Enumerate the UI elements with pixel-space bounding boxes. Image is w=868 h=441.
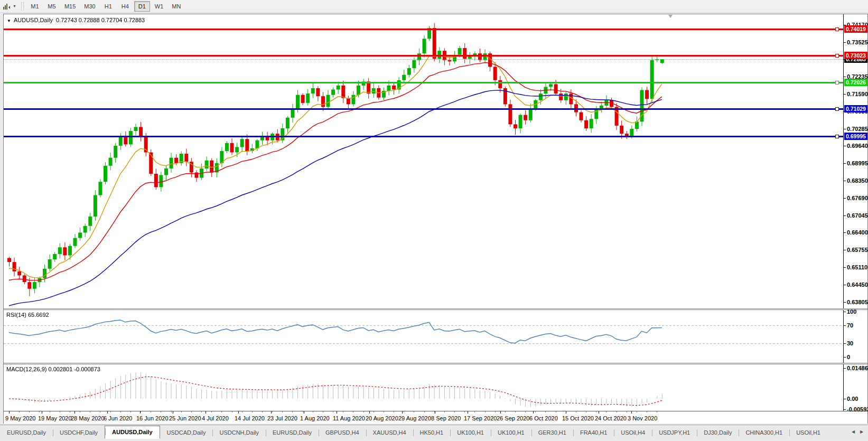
level-price-badge: 0.71029 [844,105,867,112]
date-major-tick [107,411,108,414]
rsi-tick-label: 70 [847,322,853,329]
date-label: 26 Sep 2020 [497,415,529,421]
line-handle[interactable] [835,135,839,138]
chart-tab-hk50-h1[interactable]: HK50,H1 [413,427,451,439]
timeframe-button-m1[interactable]: M1 [27,1,43,12]
chevron-down-icon: ▼ [13,4,16,8]
chart-tab-dj30-daily[interactable]: DJ30,Daily [697,427,739,439]
price-axis: 0.741700.735250.728800.722350.715900.709… [843,14,867,308]
chart-tab-ger30-h1[interactable]: GER30,H1 [531,427,573,439]
date-major-tick [402,411,403,414]
date-label: 24 Oct 2020 [595,415,627,421]
chart-tab-uk100-h1[interactable]: UK100,H1 [450,427,491,439]
chart-title: ▼AUDUSD,Daily 0.72743 0.72888 0.72704 0.… [7,17,145,23]
date-minor-tick [495,411,496,412]
chart-shift-marker[interactable] [668,15,673,18]
date-label: 25 Jun 2020 [169,415,201,421]
timeframe-button-m15[interactable]: M15 [61,1,79,12]
date-minor-tick [485,411,486,412]
date-major-tick [42,411,42,414]
chart-tab-fra40-h1[interactable]: FRA40,H1 [573,427,614,439]
date-label: 17 Sep 2020 [464,415,497,421]
timeframe-button-h4[interactable]: H4 [117,1,133,12]
date-minor-tick [525,411,526,412]
date-minor-tick [474,411,475,412]
price-tick-label: 0.68350 [847,177,868,184]
date-minor-tick [394,411,394,412]
date-minor-tick [586,411,586,412]
toolbar-grip[interactable] [21,2,24,11]
date-minor-tick [161,411,161,412]
date-minor-tick [414,411,414,412]
chart-menu-button[interactable]: ▼ [0,2,18,11]
price-tick-label: 0.67690 [847,195,868,201]
tab-scroll-left-button[interactable]: ◀ [849,427,857,437]
tab-scroll-right-button[interactable]: ▶ [857,427,866,437]
date-minor-tick [130,411,131,412]
chart-tab-audusd-daily[interactable]: AUDUSD,Daily [105,426,160,439]
date-major-tick [337,411,337,414]
chart-tab-xauusd-h4[interactable]: XAUUSD,H4 [366,427,413,439]
horizontal-level-line[interactable] [4,136,843,137]
chart-tab-uk100-h1[interactable]: UK100,H1 [491,427,531,439]
date-label: 16 Jun 2020 [136,415,169,421]
timeframe-button-h1[interactable]: H1 [100,1,116,12]
date-minor-tick [242,411,242,412]
macd-chart-canvas[interactable] [4,364,843,411]
date-minor-tick [90,411,90,412]
rsi-chart-canvas[interactable] [4,310,843,363]
date-minor-tick [262,411,263,412]
horizontal-level-line[interactable] [4,55,843,57]
line-handle[interactable] [835,27,839,31]
date-minor-tick [313,411,313,412]
date-label: 15 Oct 2020 [562,415,594,421]
horizontal-level-line[interactable] [4,82,843,83]
date-minor-tick [363,411,364,412]
macd-tick-label: 0.00 [847,396,858,402]
date-label: 20 Aug 2020 [366,415,398,421]
date-minor-tick [333,411,333,412]
date-minor-tick [353,411,353,412]
horizontal-level-line[interactable] [4,29,843,30]
date-major-tick [369,411,370,414]
date-label: 6 Jun 2020 [104,415,132,421]
tab-scroll-arrows: ◀▶ [849,425,868,439]
line-handle[interactable] [835,54,839,58]
date-minor-tick [606,411,606,412]
date-minor-tick [343,411,343,412]
chart-tab-usdcnh-daily[interactable]: USDCNH,Daily [212,427,266,439]
level-price-badge: 0.69995 [844,133,867,140]
candlestick-chart-canvas[interactable] [4,14,843,308]
timeframe-button-m5[interactable]: M5 [44,1,60,12]
level-price-badge: 0.72026 [844,79,867,86]
timeframe-button-w1[interactable]: W1 [151,1,167,12]
date-major-tick [566,411,566,414]
chart-tab-usdjpy-h1[interactable]: USDJPY,H1 [652,427,697,439]
chart-tab-eurusd-daily[interactable]: EURUSD,Daily [266,427,319,439]
quote-direction-icon: ▼ [7,18,11,23]
horizontal-level-line[interactable] [4,108,843,110]
date-minor-tick [617,411,617,412]
line-handle[interactable] [835,107,839,111]
chart-tab-gbpusd-h4[interactable]: GBPUSD,H4 [319,427,366,439]
date-major-tick [599,411,599,414]
chart-tab-usdchf-daily[interactable]: USDCHF,Daily [53,427,105,439]
timeframe-button-m30[interactable]: M30 [80,1,99,12]
chart-tab-usoil-h1[interactable]: USOil,H1 [789,427,827,439]
date-label: 1 Aug 2020 [300,415,330,421]
timeframe-button-mn[interactable]: MN [168,1,184,12]
date-major-tick [435,411,435,414]
chart-tab-usoil-h4[interactable]: USOil,H4 [614,427,652,439]
chart-tab-usdcad-daily[interactable]: USDCAD,Daily [160,427,213,439]
date-minor-tick [201,411,202,412]
date-label: 19 May 2020 [38,415,72,421]
timeframe-button-d1[interactable]: D1 [134,1,150,12]
date-major-tick [500,411,501,414]
chart-cycle-icon [2,2,12,11]
date-minor-tick [282,411,283,412]
chart-tab-china300-h1[interactable]: CHINA300,H1 [739,427,789,439]
date-major-tick [206,411,206,414]
date-axis: 9 May 202019 May 202028 May 20206 Jun 20… [4,411,867,424]
chart-tab-eurusd-daily[interactable]: EURUSD,Daily [0,427,53,439]
line-handle[interactable] [835,81,839,85]
